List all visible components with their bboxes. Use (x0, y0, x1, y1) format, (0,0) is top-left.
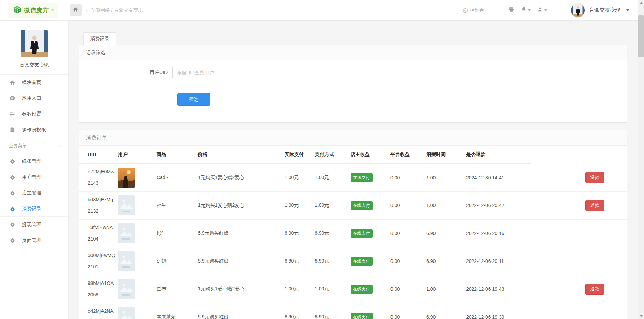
cell-paid: 1.00元 (312, 164, 348, 192)
uid-label: 用户UID (79, 70, 172, 76)
filter-button[interactable]: 筛选 (177, 93, 210, 106)
cell-user-avatar (115, 192, 154, 220)
bell-icon (521, 7, 527, 14)
user-avatar-placeholder (118, 279, 135, 299)
table-body: e72MjE0Mw2143 Cad～ 1元购买1爱心赠2爱心 1.00元 1.0… (79, 164, 627, 319)
column-header: 是否退款 (463, 146, 531, 164)
breadcrumb[interactable]: 创颜网络 / 盲盒交友变现 (91, 7, 143, 13)
notifications-button[interactable] (521, 7, 531, 14)
cell-pay-method: 在线支付 (348, 192, 388, 220)
main-content: 消费记录 记录筛选 用户UID 筛选 消费订单 UID用户商品价格实际支 (69, 21, 638, 319)
cell-owner-income: 0.00 (388, 220, 423, 247)
file-pen-icon (9, 127, 16, 133)
sidebar-item-label: 页面管理 (22, 237, 41, 244)
module-profile: 盲盒交友变现 (0, 21, 68, 75)
sidebar-item-应用入口[interactable]: 应用入口 (0, 91, 68, 106)
sidebar-item-提现管理[interactable]: 提现管理 (0, 217, 68, 233)
tab-consumption-records[interactable]: 消费记录 (83, 32, 116, 45)
cell-uid: 98bMjA1OA2058 (79, 275, 115, 303)
page: 微信魔方 ® › 创颜网络 / 盲盒交友变现 ◎ 控制台 (0, 0, 644, 319)
column-header: UID (79, 146, 115, 164)
table-row: 13fMjEwNA2104 彤^ 6.9元购买红娘 6.90元 6.90元 在线… (79, 220, 627, 247)
gear-icon (9, 190, 16, 196)
sidebar-item-消费记录[interactable]: 消费记录 (0, 201, 68, 217)
cell-platform-income: 1.00 (423, 192, 463, 220)
navbar-divider (64, 6, 64, 14)
pay-method-badge: 在线支付 (351, 201, 373, 210)
account-dropdown[interactable]: 盲盒交友变现 (571, 3, 629, 18)
sidebar-item-label: 应用入口 (22, 95, 41, 102)
cell-user-name: Cad～ (154, 164, 195, 192)
cell-refund (531, 303, 627, 319)
pay-method-badge: 在线支付 (351, 285, 373, 294)
navbar-right: ◎ 控制台 (463, 3, 638, 18)
cell-paid: 1.00元 (312, 192, 348, 220)
cell-owner-income: 0.00 (388, 275, 423, 303)
sidebar-item-纸条管理[interactable]: 纸条管理 (0, 153, 68, 169)
cell-pay-method: 在线支付 (348, 303, 388, 319)
uid-input[interactable] (172, 66, 576, 79)
pay-method-badge: 在线支付 (351, 313, 373, 319)
sidebar-item-页面管理[interactable]: 页面管理 (0, 233, 68, 248)
column-header: 消费时间 (423, 146, 463, 164)
pay-method-badge: 在线支付 (351, 173, 373, 182)
cell-paid: 1.00元 (312, 275, 348, 303)
chevron-down-icon (59, 144, 62, 147)
table-row: bd8MjEzMg2132 福生 1元购买1爱心赠2爱心 1.00元 1.00元… (79, 192, 627, 220)
cell-platform-income: 6.90 (423, 220, 463, 247)
sidebar: 盲盒交友变现 模块首页 应用入口 参数设置 操作员权限 业务菜单 纸条管理 用户… (0, 21, 69, 319)
cell-time: 2022-12-06 20:11 (463, 247, 531, 275)
section-label: 业务菜单 (9, 143, 27, 149)
filter-panel-title: 记录筛选 (79, 45, 627, 60)
cell-price: 6.90元 (282, 220, 312, 247)
cell-user-name: 福生 (154, 192, 195, 220)
refund-button[interactable]: 退款 (585, 200, 604, 211)
user-avatar (118, 168, 135, 188)
breadcrumb-separator: › (86, 7, 87, 13)
user-menu-button[interactable] (537, 7, 547, 14)
cell-user-avatar (115, 220, 154, 247)
printer-icon (508, 6, 515, 14)
cell-refund (531, 220, 627, 247)
app-logo[interactable]: 微信魔方 ® (8, 3, 58, 18)
sidebar-item-店主管理[interactable]: 店主管理 (0, 185, 68, 201)
orders-table: UID用户商品价格实际支付支付方式店主收益平台收益消费时间是否退款 e72MjE… (79, 146, 627, 319)
terminal-button[interactable] (508, 6, 515, 14)
cell-user-avatar (115, 247, 154, 275)
sidebar-item-label: 操作员权限 (22, 127, 46, 133)
column-header: 平台收益 (388, 146, 423, 164)
sidebar-section-business[interactable]: 业务菜单 (0, 138, 68, 153)
column-header: 实际支付 (282, 146, 312, 164)
scrollbar-up-arrow[interactable] (638, 0, 644, 6)
cell-owner-income: 0.00 (388, 164, 423, 192)
cell-product: 6.9元购买红娘 (195, 220, 282, 247)
console-label: 控制台 (470, 7, 484, 13)
page-scrollbar[interactable] (638, 0, 644, 319)
cell-user-avatar (115, 275, 154, 303)
comment-icon (9, 95, 16, 102)
cell-refund: 退款 (531, 164, 627, 192)
cell-price: 1.00元 (282, 192, 312, 220)
sidebar-item-操作员权限[interactable]: 操作员权限 (0, 122, 68, 138)
sidebar-item-label: 用户管理 (22, 174, 41, 180)
refund-button[interactable]: 退款 (585, 172, 604, 183)
scrollbar-down-arrow[interactable] (638, 313, 644, 319)
navbar-divider (496, 6, 496, 14)
sidebar-item-label: 模块首页 (22, 79, 41, 86)
cell-price: 1.00元 (282, 164, 312, 192)
console-link[interactable]: ◎ 控制台 (463, 7, 484, 14)
cell-product: 1元购买1爱心赠2爱心 (195, 275, 282, 303)
scrollbar-thumb[interactable] (638, 15, 644, 57)
sidebar-item-模块首页[interactable]: 模块首页 (0, 75, 68, 91)
sidebar-item-参数设置[interactable]: 参数设置 (0, 106, 68, 122)
breadcrumb-home-button[interactable] (70, 4, 82, 16)
refund-button[interactable]: 退款 (585, 284, 604, 295)
cell-user-avatar (115, 303, 154, 319)
cell-product: 1元购买1爱心赠2爱心 (195, 164, 282, 192)
cell-time: 2022-12-06 20:42 (463, 192, 531, 220)
sidebar-item-用户管理[interactable]: 用户管理 (0, 169, 68, 185)
pay-method-badge: 在线支付 (351, 257, 373, 266)
column-header: 支付方式 (312, 146, 348, 164)
column-header: 店主收益 (348, 146, 388, 164)
cell-price: 1.00元 (282, 275, 312, 303)
